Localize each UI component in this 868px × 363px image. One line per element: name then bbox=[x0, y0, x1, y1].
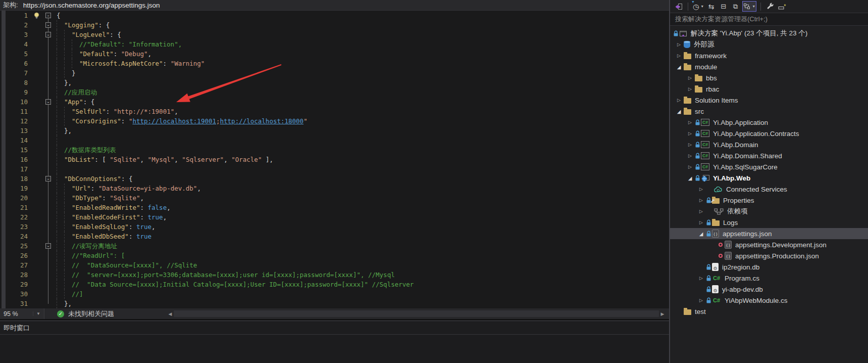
token: }, bbox=[64, 300, 72, 307]
fold-collapse-icon[interactable]: - bbox=[45, 99, 51, 105]
url-link[interactable]: http://localhost:18000 bbox=[220, 117, 304, 125]
chevron-down-icon[interactable]: ▼ bbox=[33, 311, 40, 316]
tree-item[interactable]: ⚙yi-abp-dev.db bbox=[670, 284, 868, 295]
properties-icon[interactable] bbox=[765, 1, 776, 12]
tree-item[interactable]: ▷C#Yi.Abp.Domain.Shared bbox=[670, 150, 868, 161]
expand-icon[interactable]: ▷ bbox=[685, 142, 695, 147]
expand-icon[interactable]: ▷ bbox=[696, 198, 706, 203]
lightbulb-icon[interactable] bbox=[33, 12, 40, 19]
tree-item[interactable]: ▷C#Yi.Abp.Domain bbox=[670, 139, 868, 150]
solution-explorer-search-input[interactable]: 搜索解决方案资源管理器(Ctrl+;) bbox=[670, 13, 868, 26]
tree-item[interactable]: test bbox=[670, 306, 868, 317]
horizontal-scrollbar[interactable]: ◀ ▶ bbox=[167, 309, 666, 318]
expand-icon[interactable]: ▷ bbox=[696, 298, 706, 303]
tree-item[interactable]: ▷C#Yi.Abp.Application bbox=[670, 117, 868, 128]
expand-icon[interactable]: ▷ bbox=[696, 187, 706, 192]
collapse-all-icon[interactable]: ⊟ bbox=[718, 1, 729, 12]
tree-item[interactable]: ▷Logs bbox=[670, 217, 868, 228]
tree-item[interactable]: ▷依赖项 bbox=[670, 206, 868, 217]
line-number: 12 bbox=[7, 116, 32, 126]
expand-icon[interactable]: ▷ bbox=[696, 209, 706, 214]
expand-icon[interactable]: ▷ bbox=[674, 98, 684, 103]
scrollbar-thumb[interactable] bbox=[174, 310, 659, 317]
indent-guide bbox=[57, 20, 57, 30]
code-text: "Microsoft.AspNetCore": "Warning" bbox=[54, 59, 205, 68]
fold-collapse-icon[interactable]: - bbox=[45, 243, 51, 249]
tree-item[interactable]: ▷C#Program.cs bbox=[670, 273, 868, 284]
expand-icon[interactable]: ▷ bbox=[674, 53, 684, 58]
expand-icon[interactable]: ▷ bbox=[685, 75, 695, 80]
code-line: 25-//读写分离地址 bbox=[7, 241, 669, 251]
chevron-down-icon[interactable]: ▼ bbox=[752, 5, 755, 8]
folder-icon bbox=[695, 87, 702, 93]
tree-item[interactable]: ▷Properties bbox=[670, 195, 868, 206]
zoom-control[interactable]: 95 % ▼ bbox=[0, 308, 44, 319]
tree-item[interactable]: ⚙ip2region.db bbox=[670, 261, 868, 273]
tree-item[interactable]: ▷外部源 bbox=[670, 39, 868, 50]
fold-margin bbox=[44, 212, 54, 222]
tree-item[interactable]: ▷Solution Items bbox=[670, 95, 868, 106]
tree-item[interactable]: ▷rbac bbox=[670, 83, 868, 95]
token: true bbox=[148, 213, 163, 221]
token: : [ bbox=[94, 156, 110, 163]
zoom-level: 95 % bbox=[4, 310, 18, 317]
glyph-margin bbox=[32, 107, 44, 116]
tree-item[interactable]: ▷bbs bbox=[670, 72, 868, 83]
code-editor[interactable]: 1-{2-"Logging": {3-"LogLevel": {4//"Defa… bbox=[0, 11, 669, 308]
ide-window: 架构: https://json.schemastore.org/appsett… bbox=[0, 0, 868, 363]
nested-file-dot-icon bbox=[719, 243, 723, 247]
expand-icon[interactable]: ▷ bbox=[685, 131, 695, 136]
fold-collapse-icon[interactable]: - bbox=[45, 32, 51, 37]
tree-item[interactable]: ◢Yi.Abp.Web bbox=[670, 172, 868, 184]
expand-icon[interactable]: ▷ bbox=[696, 276, 706, 281]
glyph-margin bbox=[32, 59, 44, 68]
tree-item[interactable]: ◢module bbox=[670, 61, 868, 72]
solution-root-row[interactable]: 解决方案 'Yi.Abp' (23 个项目, 共 23 个) bbox=[670, 28, 868, 39]
tree-item[interactable]: ◢{ }appsettings.json bbox=[670, 228, 868, 239]
immediate-window-content[interactable] bbox=[0, 335, 669, 363]
switch-views-icon[interactable] bbox=[673, 1, 684, 12]
tree-item-label: Yi.Abp.Application.Contracts bbox=[713, 130, 799, 138]
collapse-icon[interactable]: ◢ bbox=[696, 231, 706, 237]
tree-item[interactable]: ▷framework bbox=[670, 50, 868, 61]
file-nesting-icon[interactable]: ▼ bbox=[742, 1, 756, 12]
tree-item[interactable]: ▷C#Yi.Abp.SqlSugarCore bbox=[670, 161, 868, 172]
lock-icon bbox=[695, 164, 700, 170]
chevron-down-icon[interactable]: ▼ bbox=[700, 5, 704, 8]
collapse-icon[interactable]: ◢ bbox=[674, 64, 684, 70]
preview-selected-items-icon[interactable] bbox=[777, 1, 788, 12]
fold-collapse-icon[interactable]: - bbox=[45, 176, 51, 182]
token: "DataSource=yi-abp-dev.db" bbox=[98, 185, 197, 192]
tree-item[interactable]: ▷Connected Services bbox=[670, 184, 868, 195]
fold-collapse-icon[interactable]: - bbox=[45, 13, 51, 18]
tree-item[interactable]: ▷C#Yi.Abp.Application.Contracts bbox=[670, 128, 868, 139]
fold-margin bbox=[44, 280, 54, 289]
properties-pages-icon[interactable]: ⧉ bbox=[730, 1, 741, 12]
tree-item[interactable]: { }appsettings.Production.json bbox=[670, 250, 868, 261]
expand-icon[interactable]: ▷ bbox=[696, 220, 706, 225]
expand-icon[interactable]: ▷ bbox=[674, 42, 684, 47]
expand-icon[interactable]: ▷ bbox=[685, 164, 695, 169]
scroll-left-icon[interactable]: ◀ bbox=[167, 311, 174, 316]
lock-icon bbox=[706, 297, 711, 304]
pending-changes-filter-icon[interactable]: ▼◷▼ bbox=[692, 1, 704, 12]
line-number: 27 bbox=[7, 260, 32, 270]
url-link[interactable]: http://localhost:19001 bbox=[132, 117, 216, 125]
schema-url-combobox[interactable]: https://json.schemastore.org/appsettings… bbox=[23, 2, 666, 9]
immediate-window-title[interactable]: 即时窗口 bbox=[0, 321, 669, 335]
scroll-right-icon[interactable]: ▶ bbox=[659, 311, 666, 316]
fold-collapse-icon[interactable]: - bbox=[45, 22, 51, 28]
expand-icon[interactable]: ▷ bbox=[685, 86, 695, 92]
tree-item[interactable]: ◢src bbox=[670, 106, 868, 117]
fold-margin bbox=[44, 203, 54, 212]
expand-icon[interactable]: ▷ bbox=[685, 153, 695, 158]
sync-with-active-document-icon[interactable]: ⇆ bbox=[706, 1, 717, 12]
collapse-icon[interactable]: ◢ bbox=[674, 109, 684, 114]
code-text: //应用启动 bbox=[54, 87, 97, 97]
collapse-icon[interactable]: ◢ bbox=[685, 175, 695, 181]
tree-item[interactable]: ▷C#YiAbpWebModule.cs bbox=[670, 295, 868, 306]
expand-icon[interactable]: ▷ bbox=[685, 120, 695, 125]
line-number: 14 bbox=[7, 135, 32, 145]
token: //读写分离地址 bbox=[72, 242, 117, 250]
tree-item[interactable]: { }appsettings.Development.json bbox=[670, 239, 868, 250]
